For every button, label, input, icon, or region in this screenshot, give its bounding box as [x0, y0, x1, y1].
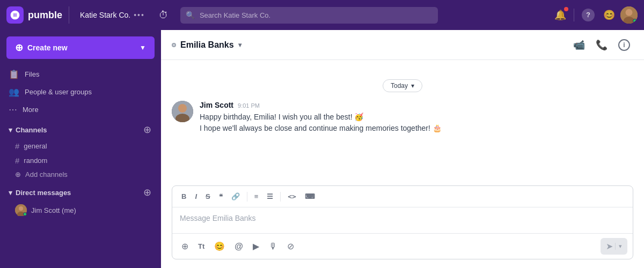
send-dropdown-button[interactable]: ▾	[615, 243, 622, 250]
message-line-2: I hope we'll always be close and continu…	[200, 123, 633, 134]
code-block-button[interactable]: ⌨	[301, 190, 319, 203]
sidebar-item-people-label: People & user groups	[25, 88, 92, 96]
notification-badge	[564, 7, 568, 11]
svg-point-7	[178, 104, 187, 113]
sidebar: ⊕ Create new ▼ 📋 Files 👥 People & user g…	[0, 30, 161, 268]
video-button[interactable]: ▶	[249, 239, 263, 254]
toolbar-divider-2	[280, 192, 281, 202]
editor-toolbar: B I S ❝ 🔗 ≡ ☰ <> ⌨	[172, 186, 633, 207]
chat-contact-name: Emilia Banks	[180, 40, 234, 50]
slash-command-button[interactable]: ⊘	[283, 239, 298, 254]
message-input[interactable]: Message Emilia Banks	[172, 207, 633, 233]
search-icon: 🔍	[186, 11, 195, 19]
chat-header: Emilia Banks ▾ 📹 📞 i	[161, 30, 644, 60]
info-button[interactable]: i	[615, 35, 633, 54]
sidebar-item-more-label: More	[23, 106, 39, 114]
date-divider: Today ▾	[172, 79, 633, 92]
add-channels-button[interactable]: ⊕ Add channels	[0, 168, 161, 181]
message-content: Jim Scott 9:01 PM Happy birthday, Emilia…	[200, 101, 633, 134]
more-icon: ⋯	[9, 105, 17, 115]
date-label: Today	[391, 82, 408, 90]
dm-jim-label: Jim Scott (me)	[31, 206, 76, 214]
audio-button[interactable]: 🎙	[265, 239, 281, 254]
user-status-dot	[172, 43, 176, 47]
main-area: ⊕ Create new ▼ 📋 Files 👥 People & user g…	[0, 30, 644, 268]
date-chevron-icon: ▾	[411, 82, 414, 90]
toolbar-divider-1	[247, 192, 247, 202]
emoji-button[interactable]: 😊	[600, 6, 618, 24]
ordered-list-button[interactable]: ≡	[251, 190, 262, 203]
blockquote-button[interactable]: ❝	[215, 190, 226, 203]
user-avatar[interactable]	[620, 6, 638, 24]
add-channels-label: Add channels	[25, 170, 68, 178]
avatar-online-dot	[633, 19, 637, 23]
logo-icon	[6, 6, 24, 24]
channels-collapse-button[interactable]: ▾ Channels	[9, 126, 142, 134]
add-dm-icon-button[interactable]: ⊕	[142, 185, 152, 199]
logo-area: pumble	[6, 6, 69, 24]
svg-point-1	[626, 9, 633, 16]
unordered-list-button[interactable]: ☰	[263, 190, 277, 203]
strikethrough-button[interactable]: S	[202, 190, 214, 203]
sidebar-item-more[interactable]: ⋯ More	[0, 101, 161, 118]
message-line-1: Happy birthday, Emilia! I wish you all t…	[200, 111, 633, 123]
create-new-chevron-icon: ▼	[140, 44, 146, 51]
channels-chevron-icon: ▾	[9, 126, 12, 134]
dm-label: Direct messages	[16, 189, 71, 197]
bold-button[interactable]: B	[178, 190, 190, 203]
hash-icon: #	[15, 142, 19, 151]
dm-item-jim-scott[interactable]: Jim Scott (me)	[0, 202, 161, 219]
topbar-actions: 🔔 ? 😊	[551, 5, 638, 25]
sidebar-channel-random[interactable]: # random	[0, 153, 161, 168]
sidebar-item-people[interactable]: 👥 People & user groups	[0, 83, 161, 101]
create-new-button[interactable]: ⊕ Create new ▼	[6, 36, 155, 59]
add-channel-icon-button[interactable]: ⊕	[142, 123, 152, 137]
notification-button[interactable]: 🔔	[551, 6, 569, 24]
message-avatar	[172, 101, 193, 122]
dm-section: ▾ Direct messages ⊕	[0, 181, 161, 202]
logo-text: pumble	[28, 10, 62, 21]
dm-collapse-button[interactable]: ▾ Direct messages	[9, 189, 142, 197]
chat-name-chevron-icon: ▾	[238, 41, 241, 49]
channels-section: ▾ Channels ⊕	[0, 118, 161, 139]
sidebar-item-files[interactable]: 📋 Files	[0, 65, 161, 83]
workspace-selector[interactable]: Katie Stark Co. •••	[74, 11, 151, 19]
date-pill[interactable]: Today ▾	[383, 79, 422, 92]
dm-online-dot	[23, 212, 27, 216]
text-format-button[interactable]: Tt	[194, 240, 208, 253]
code-button[interactable]: <>	[284, 190, 300, 203]
send-button-group: ➤ ▾	[601, 238, 627, 255]
topbar: pumble Katie Stark Co. ••• ⏱ 🔍 🔔 ? 😊	[0, 0, 644, 30]
people-icon: 👥	[9, 87, 19, 97]
plus-icon: ⊕	[15, 42, 23, 54]
attach-button[interactable]: ⊕	[178, 239, 192, 254]
message-row: Jim Scott 9:01 PM Happy birthday, Emilia…	[172, 101, 633, 134]
send-button[interactable]: ➤	[606, 241, 613, 251]
video-call-button[interactable]: 📹	[570, 36, 588, 54]
channel-general-label: general	[24, 142, 47, 150]
help-button[interactable]: ?	[579, 5, 598, 25]
create-new-label: Create new	[27, 43, 68, 52]
emoji-picker-button[interactable]: 😊	[210, 239, 229, 254]
mention-button[interactable]: @	[231, 239, 247, 254]
add-channel-plus-icon: ⊕	[15, 170, 21, 178]
channel-random-label: random	[24, 157, 47, 165]
svg-point-4	[19, 206, 23, 211]
italic-button[interactable]: I	[191, 190, 201, 203]
chat-messages: Today ▾ Jim Scott 9:01 PM	[161, 60, 644, 185]
editor-bottom-bar: ⊕ Tt 😊 @ ▶ 🎙 ⊘ ➤ ▾	[172, 233, 633, 259]
workspace-dots: •••	[134, 11, 145, 19]
history-button[interactable]: ⏱	[156, 6, 172, 24]
message-editor: B I S ❝ 🔗 ≡ ☰ <> ⌨ Message Emilia Banks …	[172, 185, 633, 259]
sidebar-channel-general[interactable]: # general	[0, 139, 161, 153]
divider	[574, 9, 574, 21]
link-button[interactable]: 🔗	[228, 190, 244, 203]
search-input[interactable]	[180, 7, 438, 24]
chat-title[interactable]: Emilia Banks ▾	[172, 40, 241, 50]
hash-icon: #	[15, 156, 19, 165]
editor-placeholder: Message Emilia Banks	[180, 214, 256, 222]
chat-header-actions: 📹 📞 i	[570, 35, 633, 54]
phone-call-button[interactable]: 📞	[592, 36, 611, 54]
workspace-name: Katie Stark Co.	[80, 11, 130, 19]
channels-label: Channels	[16, 126, 47, 134]
